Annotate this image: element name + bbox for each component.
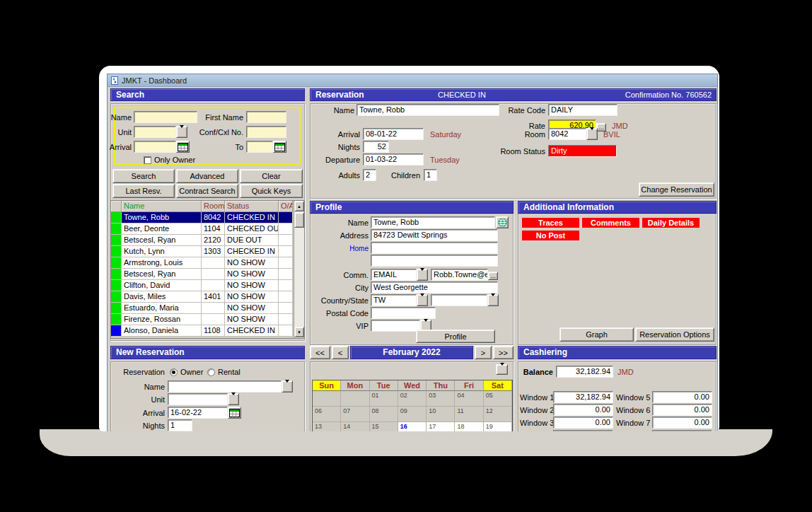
calendar-day-cell[interactable]: 14 — [341, 422, 369, 431]
city-label: City — [312, 282, 369, 294]
search-to-calendar-icon[interactable] — [273, 141, 286, 153]
laptop-base — [40, 429, 772, 456]
quick-keys-button[interactable]: Quick Keys — [240, 184, 303, 198]
nr-nights-field[interactable]: 1 — [168, 419, 192, 431]
only-owner-checkbox[interactable] — [144, 156, 151, 164]
search-name-input[interactable] — [134, 111, 197, 123]
profile-button[interactable]: Profile — [416, 330, 495, 343]
calendar-day-cell[interactable]: 03 — [427, 391, 455, 407]
nr-name-field[interactable] — [168, 380, 282, 392]
departure-field[interactable]: 01-03-22 — [363, 153, 424, 165]
children-field[interactable]: 1 — [424, 169, 437, 181]
room-dropdown-icon[interactable] — [586, 128, 598, 140]
nights-field[interactable]: 52 — [363, 141, 389, 153]
search-conf-input[interactable] — [246, 126, 286, 138]
calendar-view-dropdown-icon[interactable] — [496, 364, 508, 375]
calendar-day-cell[interactable]: 07 — [341, 407, 369, 422]
nr-name-dropdown-icon[interactable] — [282, 380, 293, 392]
nr-arrival-calendar-icon[interactable] — [228, 407, 241, 419]
nr-unit-field[interactable] — [168, 393, 228, 405]
calendar-day-cell[interactable]: 19 — [484, 422, 512, 431]
scroll-thumb[interactable] — [294, 212, 304, 228]
calendar-day-cell[interactable] — [341, 391, 369, 407]
postal-code-field[interactable] — [371, 307, 436, 319]
calendar-day-cell[interactable]: 13 — [313, 422, 341, 431]
contract-search-button[interactable]: Contract Search — [176, 184, 238, 198]
adults-field[interactable]: 2 — [363, 169, 376, 181]
comments-badge[interactable]: Comments — [582, 218, 639, 228]
country-dropdown-icon[interactable] — [417, 294, 428, 306]
calendar-day-cell[interactable]: 01 — [370, 391, 398, 407]
globe-icon[interactable] — [496, 216, 509, 228]
calendar-day-cell[interactable]: 12 — [484, 407, 512, 422]
clear-button[interactable]: Clear — [240, 169, 303, 183]
window-titlebar[interactable]: JMKT - Dashboard — [108, 74, 717, 87]
res-arrival-field[interactable]: 08-01-22 — [363, 128, 424, 140]
search-unit-input[interactable] — [134, 126, 176, 138]
calendar-day-cell[interactable]: 06 — [313, 407, 341, 422]
calendar-day-cell[interactable]: 04 — [455, 391, 483, 407]
calendar-next-month-button[interactable]: > — [475, 346, 492, 359]
nr-arrival-field[interactable]: 16-02-22 — [168, 407, 228, 419]
calendar-day-cell[interactable]: 08 — [370, 407, 398, 422]
scroll-up-icon[interactable]: ▲ — [294, 201, 304, 211]
col-name[interactable]: Name — [122, 201, 202, 212]
advanced-button[interactable]: Advanced — [176, 169, 238, 183]
profile-name-field[interactable]: Towne, Robb — [371, 216, 495, 228]
rate-code-field[interactable]: DAILY — [548, 104, 617, 116]
reservation-options-button[interactable]: Reservation Options — [635, 327, 714, 342]
calendar-day-cell[interactable]: 02 — [398, 391, 427, 407]
vip-field[interactable] — [371, 320, 420, 332]
calendar-day-cell[interactable]: 17 — [427, 422, 455, 431]
col-room[interactable]: Room — [202, 201, 225, 212]
calendar-day-cell[interactable]: 05 — [484, 391, 512, 407]
search-unit-dropdown-icon[interactable] — [176, 126, 187, 138]
search-firstname-input[interactable] — [246, 111, 286, 123]
country-field[interactable]: TW — [371, 294, 417, 306]
comm-dropdown-icon[interactable] — [417, 269, 428, 281]
calendar-day-cell[interactable]: 18 — [455, 422, 483, 431]
calendar-day-cell[interactable]: 15 — [370, 422, 398, 431]
comm-type-field[interactable]: EMAIL — [371, 269, 417, 281]
comm-value-field[interactable]: Robb.Towne@ex — [431, 269, 488, 281]
res-name-field[interactable]: Towne, Robb — [356, 104, 499, 116]
traces-badge[interactable]: Traces — [522, 218, 579, 228]
address2-field[interactable] — [371, 242, 498, 254]
state-dropdown-icon[interactable] — [487, 294, 499, 306]
calendar-next-year-button[interactable]: >> — [493, 346, 514, 359]
search-button[interactable]: Search — [112, 169, 175, 183]
col-status[interactable]: Status — [225, 201, 279, 212]
calendar-prev-year-button[interactable]: << — [310, 346, 330, 359]
search-to-input[interactable] — [246, 141, 273, 153]
rental-radio[interactable] — [207, 368, 215, 376]
table-scrollbar[interactable]: ▲ ▼ — [294, 201, 304, 338]
calendar-day-cell[interactable]: 10 — [427, 407, 455, 422]
room-field[interactable]: 8042 — [548, 128, 586, 140]
owner-radio[interactable] — [170, 368, 178, 376]
change-reservation-button[interactable]: Change Reservation — [639, 182, 714, 197]
reservation-panel-header: Reservation CHECKED IN Confirmation No. … — [310, 88, 717, 101]
state-field[interactable] — [431, 294, 487, 306]
calendar-day-cell-selected[interactable]: 16 — [398, 422, 427, 431]
col-oa[interactable]: O/A — [279, 201, 293, 212]
comm-more-button[interactable]: ... — [488, 272, 498, 280]
calendar-day-cell[interactable]: 11 — [455, 407, 483, 422]
no-post-badge[interactable]: No Post — [522, 231, 579, 240]
last-resv-button[interactable]: Last Resv. — [112, 184, 175, 198]
calendar-prev-month-button[interactable]: < — [332, 346, 349, 359]
graph-button[interactable]: Graph — [559, 327, 634, 342]
address-field[interactable]: 84723 Dewitt Springs — [371, 229, 498, 241]
scroll-down-icon[interactable]: ▼ — [294, 327, 304, 337]
address3-field[interactable] — [371, 255, 498, 267]
search-arrival-calendar-icon[interactable] — [176, 141, 190, 153]
calendar-day-cell[interactable]: 09 — [398, 407, 427, 422]
nr-unit-dropdown-icon[interactable] — [228, 393, 239, 405]
home-link-label[interactable]: Home — [312, 243, 369, 255]
search-arrival-input[interactable] — [134, 141, 176, 153]
calendar-day-cell[interactable] — [313, 391, 341, 407]
daily-details-badge[interactable]: Daily Details — [642, 218, 700, 228]
city-field[interactable]: West Georgette — [371, 281, 498, 293]
search-unit-label: Unit — [109, 127, 132, 139]
window1-field: 32,182.94 — [553, 391, 613, 403]
rate-code-label: Rate Code — [489, 105, 545, 117]
